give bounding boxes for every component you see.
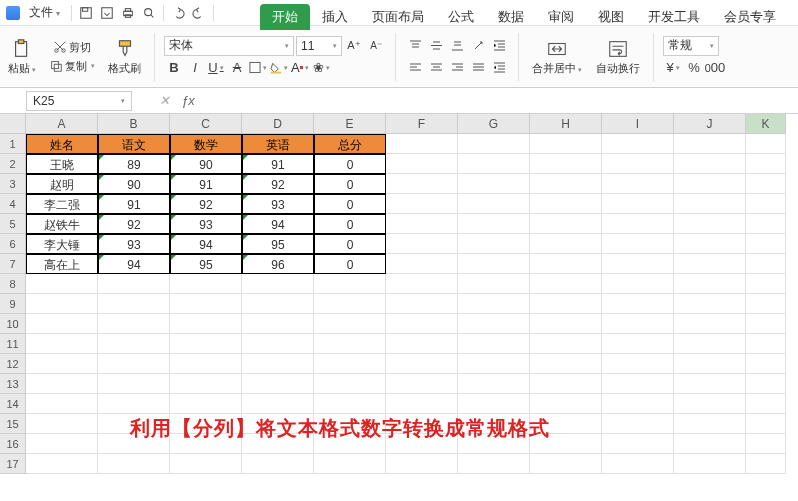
cell[interactable]: [98, 354, 170, 374]
cell[interactable]: [386, 274, 458, 294]
justify-icon[interactable]: [468, 58, 488, 78]
row-header[interactable]: 16: [0, 434, 26, 454]
cell[interactable]: [170, 314, 242, 334]
font-size-select[interactable]: 11▾: [296, 36, 342, 56]
cell[interactable]: 93: [98, 234, 170, 254]
cell[interactable]: 89: [98, 154, 170, 174]
cell[interactable]: [530, 214, 602, 234]
cell[interactable]: [530, 334, 602, 354]
cell[interactable]: [170, 274, 242, 294]
cell[interactable]: 92: [170, 194, 242, 214]
merge-center-button[interactable]: 合并居中▾: [528, 36, 586, 78]
cell[interactable]: [170, 374, 242, 394]
print-icon[interactable]: [119, 4, 137, 22]
cell[interactable]: [602, 134, 674, 154]
font-color-button[interactable]: A▾: [290, 58, 310, 78]
cell[interactable]: [386, 254, 458, 274]
cell[interactable]: [746, 274, 786, 294]
cell[interactable]: [602, 354, 674, 374]
cell[interactable]: [98, 454, 170, 474]
cell[interactable]: [602, 414, 674, 434]
cell[interactable]: 总分: [314, 134, 386, 154]
save-as-icon[interactable]: [98, 4, 116, 22]
cell[interactable]: [746, 154, 786, 174]
cell[interactable]: [530, 134, 602, 154]
cell[interactable]: [746, 374, 786, 394]
tab-formulas[interactable]: 公式: [436, 4, 486, 30]
name-box[interactable]: K25▾: [26, 91, 132, 111]
cell[interactable]: 91: [98, 194, 170, 214]
cell[interactable]: [674, 274, 746, 294]
cell[interactable]: [602, 434, 674, 454]
cell[interactable]: [530, 374, 602, 394]
cell[interactable]: [386, 234, 458, 254]
cell[interactable]: [602, 254, 674, 274]
font-name-select[interactable]: 宋体▾: [164, 36, 294, 56]
cell[interactable]: [386, 314, 458, 334]
wrap-text-button[interactable]: 自动换行: [592, 36, 644, 78]
cell[interactable]: 0: [314, 174, 386, 194]
cell[interactable]: [26, 434, 98, 454]
undo-icon[interactable]: [169, 4, 187, 22]
cell[interactable]: 95: [242, 234, 314, 254]
cell[interactable]: 0: [314, 234, 386, 254]
cell[interactable]: [746, 294, 786, 314]
cell[interactable]: [458, 274, 530, 294]
col-header-D[interactable]: D: [242, 114, 314, 134]
cell[interactable]: [170, 354, 242, 374]
formula-input[interactable]: [206, 91, 798, 111]
row-header[interactable]: 15: [0, 414, 26, 434]
increase-indent-icon[interactable]: [489, 36, 509, 56]
cell[interactable]: [170, 394, 242, 414]
cell[interactable]: [674, 354, 746, 374]
comma-icon[interactable]: 000: [705, 58, 725, 78]
cell[interactable]: [674, 154, 746, 174]
cell[interactable]: [386, 174, 458, 194]
col-header-K[interactable]: K: [746, 114, 786, 134]
underline-button[interactable]: U▾: [206, 58, 226, 78]
cell[interactable]: [602, 274, 674, 294]
cell[interactable]: 赵铁牛: [26, 214, 98, 234]
cell[interactable]: [458, 334, 530, 354]
cell[interactable]: [386, 154, 458, 174]
cell[interactable]: [458, 294, 530, 314]
cell[interactable]: [602, 234, 674, 254]
align-top-icon[interactable]: [405, 36, 425, 56]
cell[interactable]: [386, 134, 458, 154]
cell[interactable]: [602, 194, 674, 214]
cell[interactable]: [98, 334, 170, 354]
row-header[interactable]: 13: [0, 374, 26, 394]
row-header[interactable]: 14: [0, 394, 26, 414]
row-header[interactable]: 6: [0, 234, 26, 254]
cell[interactable]: 96: [242, 254, 314, 274]
cell[interactable]: 语文: [98, 134, 170, 154]
cell[interactable]: [530, 254, 602, 274]
cell[interactable]: [602, 314, 674, 334]
col-header-F[interactable]: F: [386, 114, 458, 134]
cell[interactable]: [746, 454, 786, 474]
cell[interactable]: [746, 314, 786, 334]
col-header-E[interactable]: E: [314, 114, 386, 134]
cell[interactable]: 91: [170, 174, 242, 194]
cell[interactable]: [602, 394, 674, 414]
row-header[interactable]: 17: [0, 454, 26, 474]
cell[interactable]: [386, 354, 458, 374]
cell[interactable]: [458, 174, 530, 194]
cell[interactable]: [674, 394, 746, 414]
cell[interactable]: [674, 134, 746, 154]
save-icon[interactable]: [77, 4, 95, 22]
cell[interactable]: 93: [242, 194, 314, 214]
row-header[interactable]: 10: [0, 314, 26, 334]
cell[interactable]: [26, 374, 98, 394]
strike-button[interactable]: A: [227, 58, 247, 78]
paste-button[interactable]: 粘贴▾: [4, 36, 40, 78]
cell[interactable]: [746, 234, 786, 254]
print-preview-icon[interactable]: [140, 4, 158, 22]
row-header[interactable]: 7: [0, 254, 26, 274]
cell[interactable]: [386, 294, 458, 314]
border-button[interactable]: ▾: [248, 58, 268, 78]
cell[interactable]: 李二强: [26, 194, 98, 214]
cell[interactable]: 94: [98, 254, 170, 274]
cell[interactable]: [314, 274, 386, 294]
cell[interactable]: [458, 254, 530, 274]
